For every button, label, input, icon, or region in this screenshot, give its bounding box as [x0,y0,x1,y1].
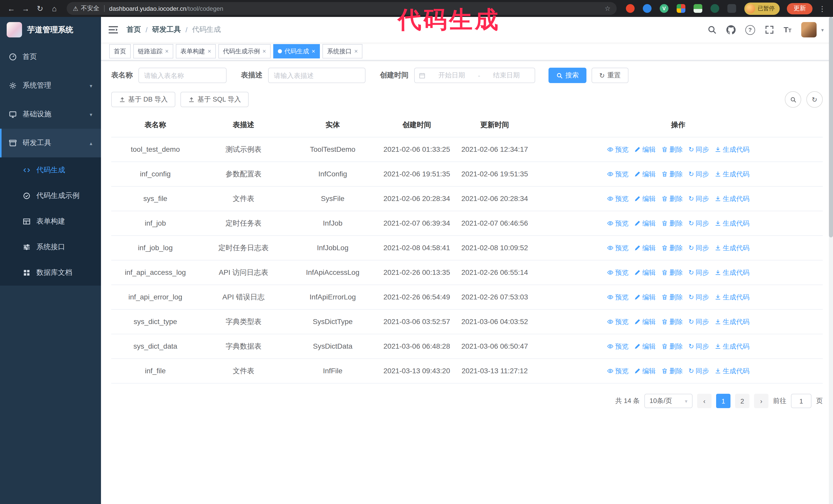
sync-link[interactable]: ↻ 同步 [688,168,709,180]
edit-link[interactable]: 编辑 [634,144,656,155]
generate-code-link[interactable]: 生成代码 [715,242,749,254]
reload-icon[interactable]: ↻ [34,2,46,15]
preview-link[interactable]: 预览 [607,291,628,303]
sync-link[interactable]: ↻ 同步 [688,144,709,155]
close-icon[interactable]: × [262,48,266,54]
delete-link[interactable]: 删除 [661,267,683,279]
sidebar-item-home[interactable]: 首页 [0,43,101,71]
preview-link[interactable]: 预览 [607,316,628,328]
chrome-menu-icon[interactable]: ⋮ [816,4,828,13]
security-chip[interactable]: ⚠ 不安全 [73,4,99,13]
edit-link[interactable]: 编辑 [634,365,656,377]
sync-link[interactable]: ↻ 同步 [688,291,709,303]
caret-down-icon[interactable]: ▾ [821,27,824,32]
generate-code-link[interactable]: 生成代码 [715,168,749,180]
back-icon[interactable]: ← [5,2,18,15]
generate-code-link[interactable]: 生成代码 [715,316,749,328]
preview-link[interactable]: 预览 [607,242,628,254]
generate-code-link[interactable]: 生成代码 [715,193,749,205]
profile-paused-chip[interactable]: 已暂停 [744,2,780,15]
page-button-2[interactable]: 2 [735,394,749,408]
generate-code-link[interactable]: 生成代码 [715,340,749,352]
date-range-picker[interactable]: 开始日期 - 结束日期 [414,68,535,83]
delete-link[interactable]: 删除 [661,340,683,352]
page-button-1[interactable]: 1 [716,394,731,408]
delete-link[interactable]: 删除 [661,193,683,205]
table-name-input[interactable] [138,68,227,83]
delete-link[interactable]: 删除 [661,365,683,377]
generate-code-link[interactable]: 生成代码 [715,144,749,155]
next-page-button[interactable]: › [754,394,768,408]
delete-link[interactable]: 删除 [661,217,683,229]
sidebar-item-system[interactable]: 系统管理 ▾ [0,71,101,100]
close-icon[interactable]: × [312,48,315,54]
page-size-select[interactable]: 10条/页 ▾ [644,394,693,408]
reset-button[interactable]: ↻ 重置 [592,68,628,83]
sync-link[interactable]: ↻ 同步 [688,316,709,328]
refresh-table-button[interactable]: ↻ [806,91,823,108]
edit-link[interactable]: 编辑 [634,291,656,303]
scrollbar[interactable] [829,17,833,504]
sync-link[interactable]: ↻ 同步 [688,340,709,352]
sidebar-item-system-api[interactable]: 系统接口 [0,234,101,260]
generate-code-link[interactable]: 生成代码 [715,365,749,377]
sync-link[interactable]: ↻ 同步 [688,365,709,377]
extension-icon[interactable] [728,4,736,13]
goto-page-input[interactable] [791,394,811,408]
edit-link[interactable]: 编辑 [634,267,656,279]
breadcrumb-dev-tools[interactable]: 研发工具 [152,25,181,34]
sync-link[interactable]: ↻ 同步 [688,193,709,205]
fullscreen-icon[interactable] [765,25,774,34]
font-size-icon[interactable]: TT [784,25,791,34]
preview-link[interactable]: 预览 [607,217,628,229]
generate-code-link[interactable]: 生成代码 [715,291,749,303]
toggle-search-button[interactable] [785,91,801,108]
tab-codegen-example[interactable]: 代码生成示例 × [218,44,271,58]
user-avatar[interactable] [801,22,816,38]
import-sql-button[interactable]: 基于 SQL 导入 [181,92,249,107]
extension-icon[interactable] [694,4,702,13]
preview-link[interactable]: 预览 [607,267,628,279]
sidebar-item-form-builder[interactable]: 表单构建 [0,209,101,234]
edit-link[interactable]: 编辑 [634,168,656,180]
sidebar-item-db-docs[interactable]: 数据库文档 [0,260,101,286]
edit-link[interactable]: 编辑 [634,242,656,254]
docs-help-icon[interactable]: ? [745,25,755,34]
sidebar-item-codegen-example[interactable]: 代码生成示例 [0,183,101,209]
search-button[interactable]: 搜索 [548,68,587,83]
close-icon[interactable]: × [354,48,358,54]
delete-link[interactable]: 删除 [661,144,683,155]
github-icon[interactable] [726,25,735,34]
edit-link[interactable]: 编辑 [634,316,656,328]
tab-codegen[interactable]: 代码生成 × [273,44,320,58]
extension-icon[interactable] [677,4,685,13]
generate-code-link[interactable]: 生成代码 [715,267,749,279]
preview-link[interactable]: 预览 [607,144,628,155]
extension-icon[interactable] [643,4,651,13]
scrollbar-thumb[interactable] [829,17,833,237]
edit-link[interactable]: 编辑 [634,340,656,352]
chrome-update-button[interactable]: 更新 [787,3,812,14]
sync-link[interactable]: ↻ 同步 [688,267,709,279]
sidebar-item-infrastructure[interactable]: 基础设施 ▾ [0,100,101,129]
forward-icon[interactable]: → [20,2,32,15]
extension-icon[interactable] [711,4,719,13]
edit-link[interactable]: 编辑 [634,193,656,205]
preview-link[interactable]: 预览 [607,365,628,377]
tab-trace[interactable]: 链路追踪 × [133,44,173,58]
close-icon[interactable]: × [208,48,211,54]
address-bar[interactable]: ⚠ 不安全 dashboard.yudao.iocoder.cn /tool/c… [67,2,617,15]
edit-link[interactable]: 编辑 [634,217,656,229]
delete-link[interactable]: 删除 [661,168,683,180]
delete-link[interactable]: 删除 [661,291,683,303]
tab-home[interactable]: 首页 [109,44,131,58]
breadcrumb-home[interactable]: 首页 [127,25,141,34]
tab-system-api[interactable]: 系统接口 × [323,44,362,58]
preview-link[interactable]: 预览 [607,193,628,205]
close-icon[interactable]: × [165,48,169,54]
delete-link[interactable]: 删除 [661,316,683,328]
sync-link[interactable]: ↻ 同步 [688,217,709,229]
sidebar-item-dev-tools[interactable]: 研发工具 ▴ [0,129,101,158]
bookmark-star-icon[interactable]: ☆ [604,5,611,12]
tab-form-builder[interactable]: 表单构建 × [176,44,216,58]
